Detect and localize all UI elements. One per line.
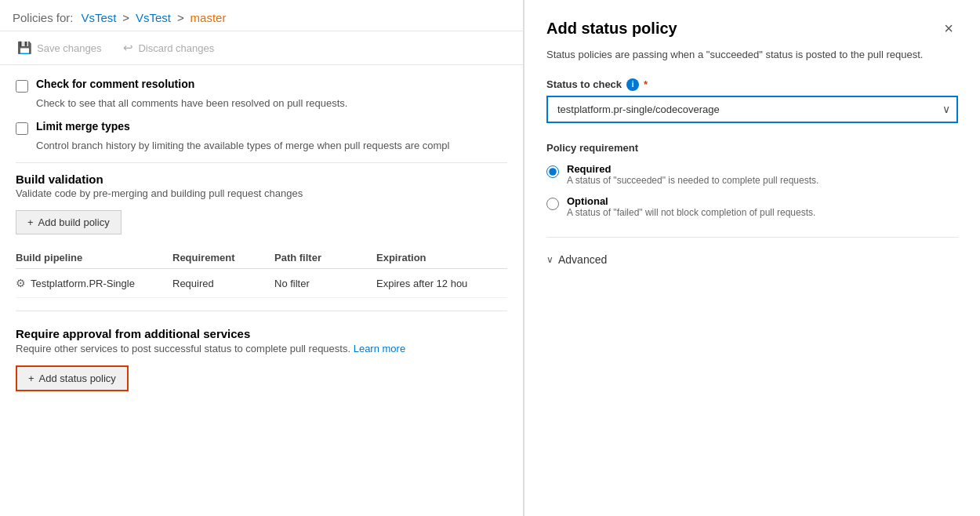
breadcrumb-part1[interactable]: VsTest	[81, 11, 116, 24]
content-area: Check for comment resolution Check to se…	[0, 65, 523, 516]
required-option: Required A status of "succeeded" is need…	[546, 163, 958, 186]
required-radio-label: Required	[567, 163, 818, 175]
optional-radio[interactable]	[546, 198, 559, 210]
modal-title: Add status policy	[546, 20, 677, 38]
optional-radio-desc: A status of "failed" will not block comp…	[567, 207, 815, 218]
breadcrumb-prefix: Policies for:	[13, 11, 74, 24]
status-to-check-label: Status to check i *	[546, 78, 958, 91]
limit-merge-checkbox[interactable]	[16, 122, 28, 135]
breadcrumb-current: master	[191, 11, 227, 24]
add-build-policy-button[interactable]: + Add build policy	[16, 210, 122, 234]
add-status-label: Add status policy	[39, 372, 116, 384]
discard-icon: ↩	[123, 41, 133, 55]
save-changes-button[interactable]: 💾 Save changes	[13, 38, 106, 58]
breadcrumb-sep2: >	[177, 11, 184, 24]
status-select-wrapper: testplatform.pr-single/codecoverage ∨	[546, 96, 958, 123]
comment-resolution-heading: Check for comment resolution	[36, 78, 194, 90]
discard-label: Discard changes	[138, 42, 214, 54]
modal-title-row: Add status policy ×	[546, 19, 958, 38]
required-radio-desc: A status of "succeeded" is needed to com…	[567, 175, 818, 186]
col-expiration: Expiration	[376, 252, 507, 263]
limit-merge-desc: Control branch history by limiting the a…	[36, 140, 507, 151]
optional-radio-text: Optional A status of "failed" will not b…	[567, 195, 815, 218]
col-build-pipeline: Build pipeline	[16, 252, 172, 263]
build-validation-heading: Build validation	[16, 173, 507, 186]
close-button[interactable]: ×	[939, 19, 958, 38]
add-status-icon: +	[28, 372, 34, 384]
advanced-chevron-icon: ∨	[546, 254, 554, 265]
build-validation-subtext: Validate code by pre-merging and buildin…	[16, 187, 507, 199]
comment-resolution-desc: Check to see that all comments have been…	[36, 97, 507, 109]
col-requirement: Requirement	[172, 252, 274, 263]
left-panel: Policies for: VsTest > VsTest > master 💾…	[0, 0, 524, 516]
add-build-icon: +	[27, 216, 34, 228]
col-path-filter: Path filter	[274, 252, 376, 263]
add-status-btn-wrapper: + Add status policy	[16, 365, 129, 391]
breadcrumb: Policies for: VsTest > VsTest > master	[0, 0, 523, 31]
require-approval-section: Require approval from additional service…	[16, 327, 507, 391]
pipeline-icon: ⚙	[16, 277, 26, 289]
optional-option: Optional A status of "failed" will not b…	[546, 195, 958, 218]
comment-resolution-section: Check for comment resolution Check to se…	[16, 78, 507, 109]
policy-requirement-label: Policy requirement	[546, 142, 958, 154]
row-path-filter: No filter	[274, 278, 376, 289]
status-select[interactable]: testplatform.pr-single/codecoverage	[546, 96, 958, 123]
add-status-policy-button[interactable]: + Add status policy	[17, 367, 127, 390]
required-radio-text: Required A status of "succeeded" is need…	[567, 163, 818, 186]
build-validation-section: Build validation Validate code by pre-me…	[16, 173, 507, 298]
limit-merge-section: Limit merge types Control branch history…	[16, 120, 507, 151]
build-table-header: Build pipeline Requirement Path filter E…	[16, 247, 507, 269]
breadcrumb-part2[interactable]: VsTest	[136, 11, 171, 24]
require-approval-desc: Require other services to post successfu…	[16, 343, 507, 354]
modal-description: Status policies are passing when a "succ…	[546, 47, 958, 63]
discard-changes-button[interactable]: ↩ Discard changes	[118, 38, 219, 58]
learn-more-link[interactable]: Learn more	[354, 343, 405, 354]
required-star: *	[644, 78, 648, 90]
row-requirement: Required	[172, 278, 274, 289]
breadcrumb-sep1: >	[122, 11, 129, 24]
add-build-label: Add build policy	[38, 216, 110, 228]
require-approval-heading: Require approval from additional service…	[16, 327, 507, 340]
table-row: ⚙ Testplatform.PR-Single Required No fil…	[16, 269, 507, 298]
limit-merge-heading: Limit merge types	[36, 120, 130, 133]
comment-resolution-checkbox[interactable]	[16, 80, 28, 93]
advanced-label: Advanced	[558, 253, 607, 266]
toolbar: 💾 Save changes ↩ Discard changes	[0, 31, 523, 65]
optional-radio-label: Optional	[567, 195, 815, 207]
save-icon: 💾	[17, 41, 32, 55]
pipeline-name: Testplatform.PR-Single	[31, 278, 135, 289]
info-icon: i	[626, 78, 639, 91]
row-expiration: Expires after 12 hou	[376, 278, 507, 289]
required-radio[interactable]	[546, 165, 559, 178]
close-icon: ×	[944, 20, 953, 37]
save-label: Save changes	[37, 42, 101, 54]
advanced-toggle[interactable]: ∨ Advanced	[546, 253, 958, 266]
add-status-policy-panel: Add status policy × Status policies are …	[524, 0, 980, 516]
